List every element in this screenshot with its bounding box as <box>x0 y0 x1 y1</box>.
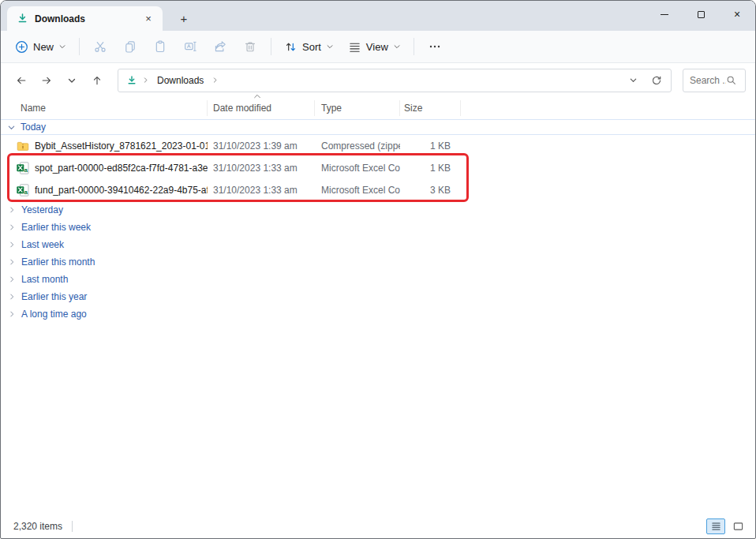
paste-icon <box>153 39 167 54</box>
search-box[interactable] <box>683 69 746 92</box>
column-header-row: Name Date modified Type Size <box>1 97 755 119</box>
chevron-down-icon <box>58 43 66 51</box>
file-row-fund-csv[interactable]: a fund_part-00000-39410462-22a9-4b75-afb… <box>1 179 755 201</box>
chevron-down-icon <box>326 43 334 51</box>
maximize-icon <box>698 11 705 18</box>
up-arrow-icon <box>91 74 103 87</box>
status-bar: 2,320 items <box>1 515 755 538</box>
group-header-today[interactable]: Today <box>1 119 755 135</box>
column-header-type[interactable]: Type <box>315 100 400 116</box>
delete-button[interactable] <box>236 35 264 58</box>
chevron-right-icon <box>8 223 16 231</box>
close-button[interactable]: × <box>719 1 755 28</box>
excel-csv-icon: a <box>17 184 29 197</box>
group-header-yesterday[interactable]: Yesterday <box>1 201 755 219</box>
toolbar-separator <box>271 38 271 55</box>
plus-circle-icon <box>15 40 28 54</box>
file-size: 3 KB <box>400 185 451 196</box>
group-header-earlier-this-week[interactable]: Earlier this week <box>1 219 755 236</box>
tab-close-icon[interactable]: × <box>140 11 156 27</box>
group-header-earlier-this-month[interactable]: Earlier this month <box>1 253 755 271</box>
share-icon <box>213 39 227 54</box>
excel-csv-icon: a <box>17 162 29 174</box>
share-button[interactable] <box>206 35 234 58</box>
status-separator <box>72 521 73 532</box>
downloads-icon <box>17 13 28 24</box>
refresh-icon <box>651 75 662 86</box>
group-label: A long time ago <box>21 309 87 320</box>
cut-icon <box>93 39 107 54</box>
search-icon <box>726 75 736 85</box>
view-button[interactable]: View <box>342 36 407 58</box>
large-icons-view-toggle[interactable] <box>728 518 747 534</box>
chevron-right-icon <box>8 241 16 249</box>
chevron-right-icon <box>8 275 16 283</box>
chevron-down-icon <box>7 123 16 132</box>
see-more-button[interactable] <box>421 35 449 58</box>
address-bar[interactable]: Downloads <box>118 69 672 92</box>
chevron-right-icon <box>8 310 16 318</box>
command-bar: New <box>1 31 755 63</box>
file-name: spot_part-00000-ed85f2ca-f7fd-4781-a3e6-… <box>35 163 208 174</box>
tab-downloads[interactable]: Downloads × <box>7 6 163 31</box>
sort-button-label: Sort <box>302 41 321 53</box>
file-explorer-window: Downloads × + × New <box>0 0 756 539</box>
chevron-down-icon <box>393 43 401 51</box>
view-button-label: View <box>366 41 388 53</box>
group-label: Today <box>21 122 46 133</box>
details-view-toggle[interactable] <box>706 518 725 534</box>
chevron-right-icon <box>8 293 16 301</box>
column-header-name[interactable]: Name <box>21 100 208 116</box>
minimize-icon <box>661 14 668 15</box>
file-type: Microsoft Excel Com... <box>315 163 400 174</box>
forward-button[interactable] <box>36 69 58 92</box>
rename-button[interactable] <box>176 35 204 58</box>
address-dropdown-button[interactable] <box>623 71 642 90</box>
file-size: 1 KB <box>400 163 451 174</box>
details-view-icon <box>711 522 721 531</box>
close-icon: × <box>734 9 740 20</box>
file-date-modified: 31/10/2023 1:33 am <box>208 185 315 196</box>
group-label: Earlier this month <box>21 256 95 268</box>
file-row-zip[interactable]: Bybit_AssetHistory_8781621_2023-01-01_20… <box>1 135 755 157</box>
group-label: Last month <box>21 274 68 285</box>
chevron-right-icon <box>8 206 16 214</box>
chevron-down-icon <box>67 76 77 85</box>
downloads-icon <box>126 75 137 86</box>
tab-bar: Downloads × + × <box>1 1 755 31</box>
toolbar-separator <box>79 38 80 55</box>
file-date-modified: 31/10/2023 1:33 am <box>208 163 315 174</box>
large-icons-view-icon <box>733 522 743 531</box>
file-type: Microsoft Excel Com... <box>315 185 400 196</box>
minimize-button[interactable] <box>646 1 683 28</box>
column-header-size[interactable]: Size <box>400 100 461 116</box>
recent-locations-button[interactable] <box>61 69 83 92</box>
cut-button[interactable] <box>86 35 114 58</box>
group-header-earlier-this-year[interactable]: Earlier this year <box>1 288 755 305</box>
maximize-button[interactable] <box>683 1 719 28</box>
group-header-last-month[interactable]: Last month <box>1 271 755 288</box>
file-row-spot-csv[interactable]: a spot_part-00000-ed85f2ca-f7fd-4781-a3e… <box>1 157 755 179</box>
view-list-icon <box>348 40 361 54</box>
breadcrumb-downloads[interactable]: Downloads <box>154 73 207 88</box>
search-input[interactable] <box>690 75 726 86</box>
file-type: Compressed (zipped)... <box>315 140 400 152</box>
sort-button[interactable]: Sort <box>278 36 340 58</box>
sort-ascending-caret-icon <box>253 94 360 99</box>
address-row: Downloads <box>1 63 755 97</box>
group-header-last-week[interactable]: Last week <box>1 236 755 253</box>
zip-folder-icon <box>17 140 29 152</box>
back-arrow-icon <box>15 74 28 87</box>
rename-icon <box>183 39 197 54</box>
new-tab-button[interactable]: + <box>172 8 196 28</box>
new-button[interactable]: New <box>9 36 73 58</box>
copy-button[interactable] <box>116 35 144 58</box>
file-date-modified: 31/10/2023 1:39 am <box>208 140 315 152</box>
refresh-button[interactable] <box>647 71 666 90</box>
up-button[interactable] <box>86 69 108 92</box>
column-header-date-modified[interactable]: Date modified <box>208 100 315 116</box>
group-header-a-long-time-ago[interactable]: A long time ago <box>1 305 755 323</box>
ellipsis-icon <box>429 40 441 53</box>
paste-button[interactable] <box>146 35 174 58</box>
back-button[interactable] <box>10 69 32 92</box>
